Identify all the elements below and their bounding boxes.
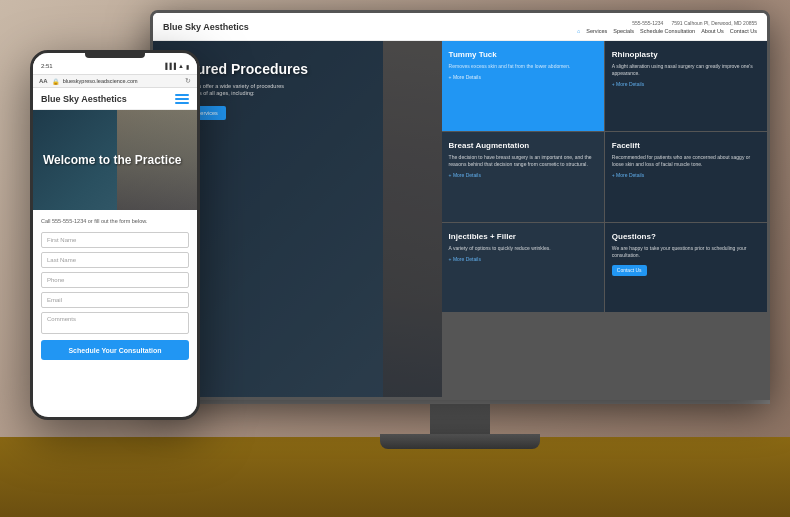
hamburger-line-1 (175, 94, 189, 96)
desk-surface (0, 437, 790, 517)
hamburger-line-3 (175, 102, 189, 104)
nav-services[interactable]: Services (586, 28, 607, 34)
phone-site-logo: Blue Sky Aesthetics (41, 94, 127, 104)
phone-screen: 2:51 ▐▐▐ ▲ ▮ AA 🔒 blueskypreso.leadscien… (33, 53, 197, 417)
monitor-stand-base (380, 434, 540, 449)
phone-number: 555-555-1234 (632, 20, 663, 26)
hamburger-line-2 (175, 98, 189, 100)
schedule-consultation-button[interactable]: Schedule Your Consultation (41, 340, 189, 360)
service-title: Facelift (612, 140, 760, 151)
service-facelift: Facelift Recommended for patients who ar… (605, 132, 767, 222)
phone-form-section: Call 555-555-1234 or fill out the form b… (33, 210, 197, 368)
phone-address-bar: AA 🔒 blueskypreso.leadscience.com ↻ (33, 74, 197, 88)
phone-status-bar: 2:51 ▐▐▐ ▲ ▮ (33, 58, 197, 74)
lock-icon: 🔒 (52, 78, 59, 85)
site-header-right: 555-555-1234 7591 Calhoun Pl, Derwood, M… (577, 20, 757, 34)
phone-form-contact: Call 555-555-1234 or fill out the form b… (41, 218, 189, 224)
last-name-input[interactable]: Last Name (41, 252, 189, 268)
first-name-input[interactable]: First Name (41, 232, 189, 248)
refresh-icon[interactable]: ↻ (185, 77, 191, 85)
phone-hero-text: Welcome to the Practice (33, 143, 192, 177)
url-input[interactable]: blueskypreso.leadscience.com (63, 78, 181, 84)
service-desc: A variety of options to quickly reduce w… (449, 245, 597, 252)
phone-input[interactable]: Phone (41, 272, 189, 288)
scene: Blue Sky Aesthetics 555-555-1234 7591 Ca… (0, 0, 790, 517)
service-link[interactable]: + More Details (449, 256, 597, 263)
service-desc: Recommended for patients who are concern… (612, 154, 760, 168)
service-desc: We are happy to take your questions prio… (612, 245, 760, 259)
nav-specials[interactable]: Specials (613, 28, 634, 34)
site-hero: Featured Procedures Our surgeons offer a… (153, 41, 767, 397)
hero-content: Featured Procedures Our surgeons offer a… (153, 41, 767, 140)
service-title: Injectibles + Filler (449, 231, 597, 242)
nav-about[interactable]: About Us (701, 28, 724, 34)
hero-title: Featured Procedures (168, 61, 752, 78)
monitor-screen: Blue Sky Aesthetics 555-555-1234 7591 Ca… (150, 10, 770, 400)
service-breast-augmentation: Breast Augmentation The decision to have… (442, 132, 604, 222)
email-input[interactable]: Email (41, 292, 189, 308)
nav-schedule[interactable]: Schedule Consultation (640, 28, 695, 34)
website-content: Blue Sky Aesthetics 555-555-1234 7591 Ca… (153, 13, 767, 397)
service-injectibles: Injectibles + Filler A variety of option… (442, 223, 604, 313)
phone-hero-title: Welcome to the Practice (43, 153, 182, 167)
phone-hero: Welcome to the Practice (33, 110, 197, 210)
signal-icon: ▐▐▐ (163, 63, 176, 69)
battery-icon: ▮ (186, 63, 189, 70)
home-icon[interactable]: ⌂ (577, 28, 580, 34)
address: 7591 Calhoun Pl, Derwood, MD 20855 (671, 20, 757, 26)
site-logo: Blue Sky Aesthetics (163, 22, 249, 32)
service-title: Questions? (612, 231, 760, 242)
contact-us-button[interactable]: Contact Us (612, 265, 647, 276)
phone-notch (85, 53, 145, 58)
service-link[interactable]: + More Details (612, 172, 760, 179)
service-title: Breast Augmentation (449, 140, 597, 151)
site-header: Blue Sky Aesthetics 555-555-1234 7591 Ca… (153, 13, 767, 41)
wifi-icon: ▲ (178, 63, 184, 69)
aa-text: AA (39, 78, 48, 84)
mobile-phone: 2:51 ▐▐▐ ▲ ▮ AA 🔒 blueskypreso.leadscien… (30, 50, 200, 420)
phone-status-icons: ▐▐▐ ▲ ▮ (163, 63, 189, 70)
nav-contact[interactable]: Contact Us (730, 28, 757, 34)
desktop-monitor: Blue Sky Aesthetics 555-555-1234 7591 Ca… (150, 10, 770, 430)
service-questions: Questions? We are happy to take your que… (605, 223, 767, 313)
site-contact-bar: 555-555-1234 7591 Calhoun Pl, Derwood, M… (632, 20, 757, 26)
comments-input[interactable]: Comments (41, 312, 189, 334)
hamburger-menu[interactable] (175, 94, 189, 104)
site-nav: ⌂ Services Specials Schedule Consultatio… (577, 28, 757, 34)
phone-nav: Blue Sky Aesthetics (33, 88, 197, 110)
monitor-stand-neck (430, 404, 490, 434)
service-link[interactable]: + More Details (449, 172, 597, 179)
service-desc: The decision to have breast surgery is a… (449, 154, 597, 168)
phone-time: 2:51 (41, 63, 53, 69)
